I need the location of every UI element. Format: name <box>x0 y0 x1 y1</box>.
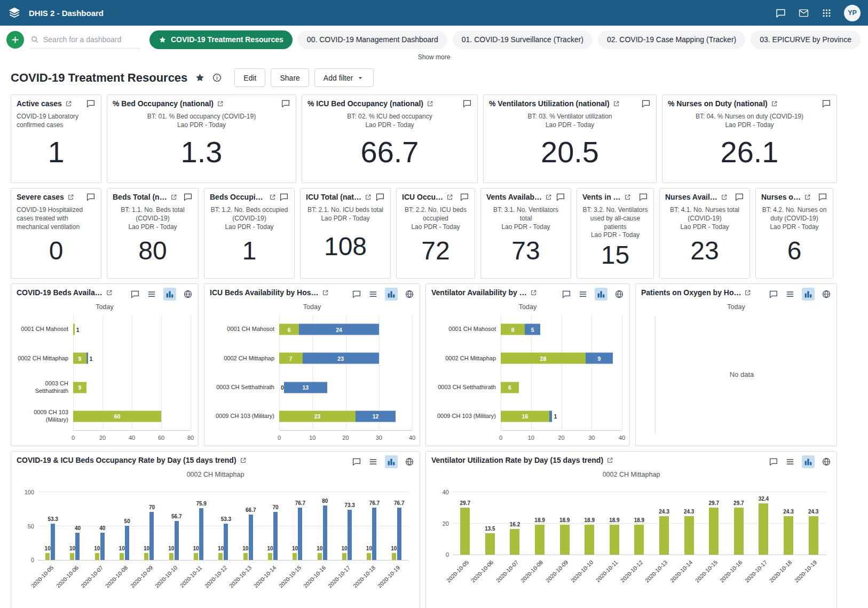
bar[interactable]: 18.9 <box>560 525 570 555</box>
bar[interactable]: 18.9 <box>535 525 545 555</box>
dashboard-chip-selected[interactable]: COVID-19 Treatment Resources <box>149 30 293 49</box>
bar[interactable]: 29.7 <box>709 508 719 555</box>
bar-segment[interactable]: 13 <box>284 382 327 393</box>
show-more-toggle[interactable]: Show more <box>0 53 868 63</box>
chat-icon[interactable] <box>638 192 648 202</box>
bar[interactable]: 66.7 <box>249 515 253 560</box>
bar[interactable]: 10 <box>243 553 248 560</box>
bar-segment[interactable]: 23 <box>279 410 356 422</box>
openinnew-icon[interactable] <box>365 194 372 201</box>
dashboard-chip[interactable]: 00. COVID-19 Management Dashboard <box>298 30 447 49</box>
globe-icon[interactable] <box>822 457 831 467</box>
globe-icon[interactable] <box>405 457 414 467</box>
openinnew-icon[interactable] <box>217 100 224 107</box>
chat-icon[interactable] <box>352 289 361 299</box>
bar[interactable]: 13.5 <box>485 533 495 555</box>
chat-icon[interactable] <box>130 289 140 299</box>
bar[interactable]: 75.9 <box>199 508 203 560</box>
openinnew-icon[interactable] <box>804 194 811 201</box>
avatar[interactable]: YP <box>844 5 861 21</box>
bar[interactable]: 18.9 <box>634 525 644 555</box>
bar-segment[interactable]: 6 <box>501 382 519 393</box>
messages-icon[interactable] <box>775 7 786 19</box>
chat-icon[interactable] <box>86 192 96 202</box>
bar-segment[interactable]: 16 <box>501 410 549 422</box>
bar[interactable]: 10 <box>169 553 173 560</box>
chat-icon[interactable] <box>818 192 827 202</box>
bar[interactable]: 18.9 <box>610 525 619 555</box>
openinnew-icon[interactable] <box>65 100 72 107</box>
bar[interactable]: 10 <box>194 553 198 560</box>
bar[interactable]: 40 <box>100 533 105 560</box>
dashboard-chip[interactable]: 01. COVID-19 Surveillance (Tracker) <box>453 30 593 49</box>
bar-segment[interactable] <box>86 353 88 364</box>
add-filter-button[interactable]: Add filter <box>314 68 374 87</box>
bar-segment[interactable]: 6 <box>279 324 299 335</box>
edit-button[interactable]: Edit <box>234 68 265 87</box>
openinnew-icon[interactable] <box>530 289 537 296</box>
chat-icon[interactable] <box>279 192 289 202</box>
apps-icon[interactable] <box>821 7 832 19</box>
bar[interactable]: 70 <box>149 512 154 560</box>
chat-icon[interactable] <box>86 99 96 108</box>
openinnew-icon[interactable] <box>67 194 74 201</box>
chat-icon[interactable] <box>556 192 565 202</box>
bar-chart-icon[interactable] <box>802 455 815 468</box>
bar-segment[interactable]: 9 <box>73 382 86 393</box>
openinnew-icon[interactable] <box>322 289 329 296</box>
bar-segment[interactable]: 24 <box>299 324 378 335</box>
bar[interactable]: 24.3 <box>809 516 818 555</box>
bar-chart-icon[interactable] <box>385 455 398 468</box>
chat-icon[interactable] <box>641 99 651 108</box>
chat-icon[interactable] <box>822 99 831 108</box>
bar-chart-icon[interactable] <box>385 288 398 301</box>
star-dashboard-icon[interactable] <box>195 73 205 83</box>
info-icon[interactable] <box>212 73 222 83</box>
bar-segment[interactable] <box>73 324 75 335</box>
chat-icon[interactable] <box>281 99 290 108</box>
openinnew-icon[interactable] <box>613 100 620 107</box>
bar[interactable]: 76.7 <box>298 508 302 560</box>
bar[interactable]: 10 <box>293 553 297 560</box>
chat-icon[interactable] <box>769 289 778 299</box>
openinnew-icon[interactable] <box>606 457 613 464</box>
bar[interactable]: 76.7 <box>372 508 376 560</box>
dashboard-chip[interactable]: 02. COVID-19 Case Mapping (Tracker) <box>598 30 745 49</box>
bar[interactable]: 10 <box>218 553 223 560</box>
bar-chart-icon[interactable] <box>163 288 176 301</box>
bar[interactable]: 10 <box>268 553 272 560</box>
openinnew-icon[interactable] <box>721 194 728 201</box>
bar[interactable]: 10 <box>367 553 371 560</box>
dhis2-logo-icon[interactable] <box>7 6 21 20</box>
globe-icon[interactable] <box>614 289 624 299</box>
bar[interactable]: 29.7 <box>734 508 744 555</box>
bar[interactable]: 24.3 <box>784 516 793 555</box>
bar-segment[interactable] <box>549 410 553 422</box>
bar[interactable]: 50 <box>125 526 129 560</box>
list-icon[interactable] <box>368 457 378 467</box>
chat-icon[interactable] <box>462 99 472 108</box>
bar[interactable]: 80 <box>323 506 327 560</box>
bar[interactable]: 24.3 <box>659 516 669 555</box>
globe-icon[interactable] <box>183 289 193 299</box>
bar[interactable]: 32.4 <box>759 503 768 555</box>
openinnew-icon[interactable] <box>744 289 751 296</box>
bar[interactable]: 40 <box>75 533 80 560</box>
bar[interactable]: 24.3 <box>684 516 694 555</box>
bar-segment[interactable]: 28 <box>501 353 586 364</box>
bar[interactable]: 18.9 <box>585 525 594 555</box>
bar[interactable]: 73.3 <box>348 510 352 560</box>
bar[interactable]: 29.7 <box>460 508 470 555</box>
bar[interactable]: 53.3 <box>51 524 55 560</box>
bar[interactable]: 10 <box>318 553 322 560</box>
bar[interactable]: 53.3 <box>224 524 228 560</box>
bar[interactable]: 76.7 <box>397 508 401 560</box>
bar[interactable]: 10 <box>95 553 99 560</box>
openinnew-icon[interactable] <box>771 100 778 107</box>
chat-icon[interactable] <box>562 289 571 299</box>
list-icon[interactable] <box>785 289 795 299</box>
openinnew-icon[interactable] <box>269 194 276 201</box>
bar-segment[interactable]: 7 <box>279 353 303 364</box>
bar[interactable]: 10 <box>120 553 124 560</box>
dashboard-chip[interactable]: 03. EPICURVE by Province <box>751 30 861 49</box>
